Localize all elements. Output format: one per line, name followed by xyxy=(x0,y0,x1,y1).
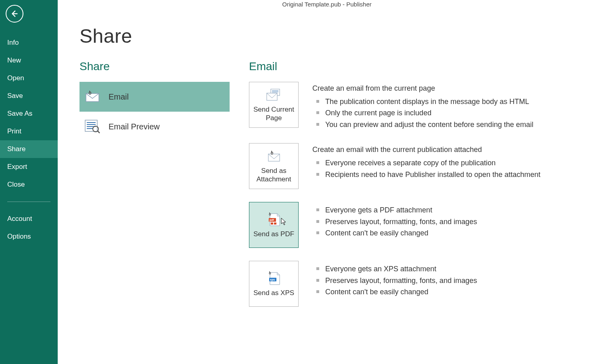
back-button[interactable] xyxy=(6,5,23,23)
back-arrow-icon xyxy=(10,9,19,18)
sidebar-item-info[interactable]: Info xyxy=(0,34,58,52)
sidebar-item-open[interactable]: Open xyxy=(0,69,58,87)
svg-rect-3 xyxy=(85,120,97,131)
send-current-page-button[interactable]: Send Current Page xyxy=(249,82,299,128)
share-option-label: Email xyxy=(109,92,129,102)
sidebar-item-saveas[interactable]: Save As xyxy=(0,105,58,123)
svg-rect-19 xyxy=(271,223,273,225)
bullet-item: Everyone gets an XPS attachment xyxy=(316,263,596,275)
bullet-item: Content can't be easily changed xyxy=(316,227,596,239)
email-section-title: Email xyxy=(249,60,596,73)
email-block-send-current-page: Send Current Page Create an email from t… xyxy=(249,82,596,130)
bullet-item: Content can't be easily changed xyxy=(316,286,596,297)
svg-rect-14 xyxy=(267,93,277,100)
send-current-page-icon xyxy=(265,87,283,103)
email-block-send-xps: xps Send as XPS Everyone gets an XPS att… xyxy=(249,261,596,307)
bullet-list: The publication content displays in the … xyxy=(312,96,596,130)
bullet-list: Everyone gets a PDF attachment Preserves… xyxy=(312,204,596,239)
button-label: Send Current Page xyxy=(252,105,296,123)
email-block-send-pdf: pdf Send as PDF Everyone gets xyxy=(249,202,596,248)
sidebar-item-share[interactable]: Share xyxy=(0,140,58,158)
bullet-item: You can preview and adjust the content b… xyxy=(316,119,596,130)
sidebar-item-account[interactable]: Account xyxy=(0,210,58,228)
bullet-item: Everyone receives a separate copy of the… xyxy=(316,157,596,168)
email-icon xyxy=(84,89,101,104)
sidebar-item-new[interactable]: New xyxy=(0,52,58,69)
email-block-send-attachment: Send as Attachment Create an email with … xyxy=(249,143,596,189)
button-label: Send as Attachment xyxy=(252,166,296,184)
send-as-attachment-button[interactable]: Send as Attachment xyxy=(249,143,299,189)
block-heading: Create an email from the current page xyxy=(312,84,596,93)
sidebar-item-export[interactable]: Export xyxy=(0,158,58,176)
bullet-list: Everyone gets an XPS attachment Preserve… xyxy=(312,263,596,297)
share-section-title: Share xyxy=(79,60,249,73)
send-as-attachment-icon xyxy=(266,149,282,164)
svg-line-9 xyxy=(98,131,100,133)
email-column: Email Send Current Page xyxy=(249,60,596,320)
bullet-list: Everyone receives a separate copy of the… xyxy=(312,157,596,180)
share-option-email-preview[interactable]: Email Preview xyxy=(79,112,230,141)
window-title: Original Template.pub - Publisher xyxy=(58,0,596,8)
send-as-xps-icon: xps xyxy=(266,271,282,286)
sidebar-item-save[interactable]: Save xyxy=(0,87,58,105)
send-as-pdf-icon: pdf xyxy=(266,212,282,227)
content-area: Original Template.pub - Publisher Share … xyxy=(58,0,596,364)
block-heading: Create an email with the current publica… xyxy=(312,146,596,154)
sidebar-item-close[interactable]: Close xyxy=(0,176,58,193)
sidebar-item-print[interactable]: Print xyxy=(0,123,58,140)
bullet-item: Preserves layout, formatting, fonts, and… xyxy=(316,216,596,227)
bullet-item: Everyone gets a PDF attachment xyxy=(316,204,596,216)
send-as-pdf-button[interactable]: pdf Send as PDF xyxy=(249,202,299,248)
svg-text:pdf: pdf xyxy=(270,218,274,222)
button-label: Send as XPS xyxy=(253,289,294,297)
svg-rect-20 xyxy=(274,223,276,225)
bullet-item: Preserves layout, formatting, fonts, and… xyxy=(316,275,596,286)
svg-text:xps: xps xyxy=(270,278,275,281)
button-label: Send as PDF xyxy=(253,230,294,238)
sidebar-item-options[interactable]: Options xyxy=(0,228,58,245)
share-option-label: Email Preview xyxy=(109,122,160,131)
sidebar-divider xyxy=(7,202,50,202)
email-preview-icon xyxy=(84,119,101,134)
bullet-item: The publication content displays in the … xyxy=(316,96,596,107)
backstage-sidebar: Info New Open Save Save As Print Share E… xyxy=(0,0,58,364)
share-column: Share Email xyxy=(79,60,249,320)
bullet-item: Recipients need to have Publisher instal… xyxy=(316,169,596,180)
page-title: Share xyxy=(79,25,596,47)
send-as-xps-button[interactable]: xps Send as XPS xyxy=(249,261,299,307)
share-option-email[interactable]: Email xyxy=(79,82,230,112)
svg-rect-15 xyxy=(268,154,280,161)
bullet-item: Only the current page is included xyxy=(316,107,596,119)
